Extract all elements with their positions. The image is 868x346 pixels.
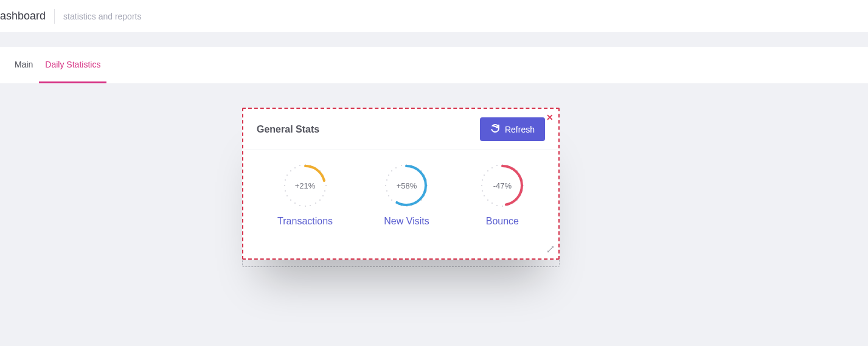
page-title: ashboard <box>0 10 54 22</box>
resize-handle-icon[interactable] <box>546 245 555 256</box>
card-header: General Stats Refresh <box>243 109 558 150</box>
stat-bounce: -47% Bounce <box>481 164 524 227</box>
tab-label: Main <box>15 60 33 69</box>
pie-value: +21% <box>283 164 327 207</box>
stat-label: Transactions <box>277 216 333 227</box>
page-subtitle: statistics and reports <box>63 12 141 21</box>
pie-bounce: -47% <box>481 164 524 207</box>
tab-daily-statistics[interactable]: Daily Statistics <box>39 47 106 83</box>
stat-label: Bounce <box>486 216 519 227</box>
refresh-icon <box>490 123 500 135</box>
general-stats-card[interactable]: ✕ General Stats Refresh <box>242 108 560 260</box>
stat-new-visits: +58% New Visits <box>384 164 429 227</box>
card-body: +21% Transactions +58% New Visits <box>243 150 558 235</box>
stat-transactions: +21% Transactions <box>277 164 333 227</box>
pie-transactions: +21% <box>283 164 327 207</box>
refresh-button-label: Refresh <box>505 125 535 134</box>
tab-main[interactable]: Main <box>9 47 39 83</box>
stat-label: New Visits <box>384 216 429 227</box>
close-icon[interactable]: ✕ <box>546 112 554 122</box>
pie-value: +58% <box>384 164 428 207</box>
tabbar: Main Daily Statistics <box>0 47 868 83</box>
card-title: General Stats <box>257 124 319 135</box>
pie-value: -47% <box>481 164 524 207</box>
tab-label: Daily Statistics <box>45 60 100 69</box>
header-divider <box>54 9 55 24</box>
refresh-button[interactable]: Refresh <box>480 117 545 141</box>
page-header: ashboard statistics and reports <box>0 0 868 32</box>
content-area: ✕ General Stats Refresh <box>0 83 868 108</box>
pie-new-visits: +58% <box>384 164 428 207</box>
